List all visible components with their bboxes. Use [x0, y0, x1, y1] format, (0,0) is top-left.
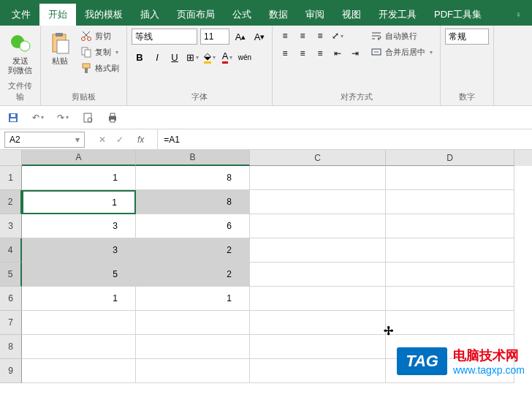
cell[interactable]: [386, 166, 514, 190]
undo-button[interactable]: ↶▾: [31, 110, 45, 125]
tab-data[interactable]: 数据: [260, 4, 297, 26]
cell[interactable]: [250, 359, 386, 383]
decrease-font-button[interactable]: A▾: [251, 29, 267, 45]
col-header-b[interactable]: B: [136, 150, 250, 166]
cancel-formula-button[interactable]: ✕: [96, 135, 108, 145]
orientation-button[interactable]: ⤢▾: [330, 29, 346, 43]
cell[interactable]: [386, 238, 514, 263]
copy-button[interactable]: 复制▾: [77, 45, 122, 59]
tab-formulas[interactable]: 公式: [224, 4, 260, 26]
border-button[interactable]: ⊞▾: [184, 49, 200, 65]
tab-home[interactable]: 开始: [39, 4, 76, 26]
align-middle-button[interactable]: ≡: [294, 29, 311, 43]
cell[interactable]: [250, 238, 386, 263]
row-header[interactable]: 3: [0, 214, 22, 238]
col-header-c[interactable]: C: [250, 150, 386, 166]
font-color-button[interactable]: A▾: [219, 49, 235, 65]
paste-button[interactable]: 粘贴: [45, 29, 75, 75]
tab-insert[interactable]: 插入: [132, 4, 168, 26]
decrease-indent-button[interactable]: ⇤: [330, 46, 346, 61]
watermark-badge: TAG: [397, 347, 447, 375]
select-all-corner[interactable]: [0, 150, 22, 166]
cell[interactable]: 2: [136, 238, 250, 263]
row-header[interactable]: 4: [0, 238, 22, 263]
cell[interactable]: [22, 359, 136, 383]
row-header[interactable]: 2: [0, 190, 22, 214]
print-button[interactable]: [105, 110, 120, 125]
align-top-button[interactable]: ≡: [277, 29, 293, 43]
increase-indent-button[interactable]: ⇥: [347, 46, 363, 61]
cell[interactable]: [250, 190, 386, 214]
cell[interactable]: [136, 335, 250, 359]
print-preview-button[interactable]: [80, 110, 95, 125]
font-name-select[interactable]: [132, 29, 197, 45]
formula-input[interactable]: [158, 129, 532, 149]
bold-button[interactable]: B: [132, 49, 148, 65]
align-bottom-button[interactable]: ≡: [312, 29, 328, 43]
underline-button[interactable]: U: [167, 49, 183, 65]
tab-pdf[interactable]: PDF工具集: [425, 4, 490, 26]
col-header-d[interactable]: D: [386, 150, 514, 166]
tab-page-layout[interactable]: 页面布局: [168, 4, 224, 26]
cell[interactable]: [136, 311, 250, 335]
send-to-wechat-button[interactable]: 发送到微信: [4, 29, 36, 78]
row-header[interactable]: 7: [0, 311, 22, 335]
wrap-text-button[interactable]: 自动换行: [368, 29, 436, 43]
font-size-select[interactable]: [200, 29, 229, 45]
cell[interactable]: [250, 214, 386, 238]
cell[interactable]: 2: [136, 263, 250, 287]
cell[interactable]: [386, 311, 514, 335]
accept-formula-button[interactable]: ✓: [114, 135, 126, 145]
tab-file[interactable]: 文件: [3, 4, 39, 26]
row-header[interactable]: 9: [0, 359, 22, 383]
watermark-title: 电脑技术网: [453, 347, 525, 364]
cell[interactable]: 1: [22, 166, 136, 190]
increase-font-button[interactable]: A▴: [232, 29, 248, 45]
cell[interactable]: [386, 263, 514, 287]
cell[interactable]: [250, 263, 386, 287]
number-format-select[interactable]: [445, 29, 489, 45]
tab-view[interactable]: 视图: [333, 4, 370, 26]
name-box[interactable]: A2 ▾: [4, 132, 85, 148]
cell[interactable]: 3: [22, 238, 136, 263]
align-left-button[interactable]: ≡: [277, 46, 293, 61]
cell[interactable]: [386, 214, 514, 238]
tab-templates[interactable]: 我的模板: [76, 4, 132, 26]
tab-review[interactable]: 审阅: [297, 4, 333, 26]
cell[interactable]: 6: [136, 214, 250, 238]
align-right-button[interactable]: ≡: [312, 46, 328, 61]
cell[interactable]: 1: [22, 287, 136, 311]
fill-color-button[interactable]: ⬙▾: [202, 49, 218, 65]
redo-button[interactable]: ↷▾: [56, 110, 70, 125]
row-header[interactable]: 1: [0, 166, 22, 190]
cell[interactable]: [386, 287, 514, 311]
italic-button[interactable]: I: [149, 49, 165, 65]
cell[interactable]: [22, 335, 136, 359]
row-header[interactable]: 8: [0, 335, 22, 359]
row-header[interactable]: 5: [0, 263, 22, 287]
phonetic-button[interactable]: wén: [237, 49, 253, 65]
cell[interactable]: 8: [136, 166, 250, 190]
cell[interactable]: 1: [136, 287, 250, 311]
cell[interactable]: [22, 311, 136, 335]
cell[interactable]: 1: [22, 190, 136, 214]
help-icon[interactable]: ♀: [508, 5, 529, 24]
cut-button[interactable]: 剪切: [77, 29, 122, 43]
cell[interactable]: [250, 166, 386, 190]
cell[interactable]: 3: [22, 214, 136, 238]
cell[interactable]: [250, 311, 386, 335]
cell[interactable]: [386, 190, 514, 214]
save-button[interactable]: [6, 110, 20, 125]
align-center-button[interactable]: ≡: [294, 46, 311, 61]
cell[interactable]: [250, 335, 386, 359]
col-header-a[interactable]: A: [22, 150, 136, 166]
cell[interactable]: [136, 359, 250, 383]
merge-center-button[interactable]: 合并后居中▾: [368, 45, 436, 59]
cell[interactable]: 5: [22, 263, 136, 287]
format-painter-button[interactable]: 格式刷: [77, 61, 122, 75]
cell[interactable]: 8: [136, 190, 250, 214]
row-header[interactable]: 6: [0, 287, 22, 311]
tab-developer[interactable]: 开发工具: [370, 4, 425, 26]
fx-icon[interactable]: fx: [132, 135, 150, 145]
cell[interactable]: [250, 287, 386, 311]
